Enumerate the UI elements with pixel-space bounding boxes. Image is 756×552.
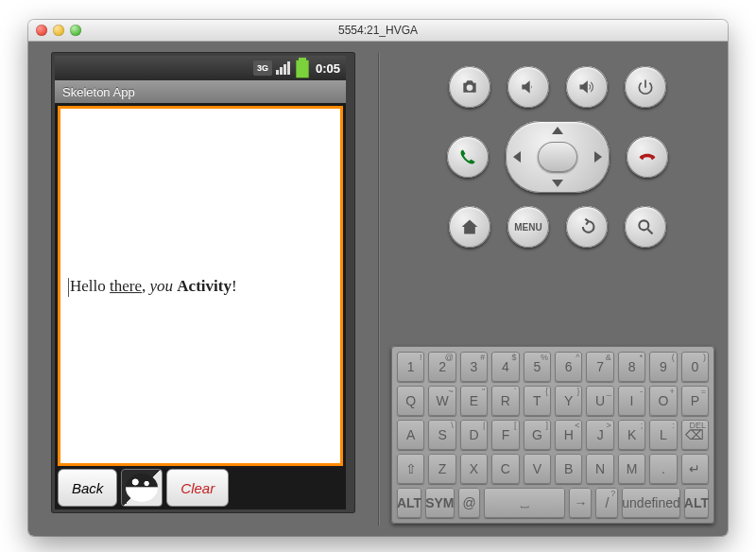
threeg-icon: 3G	[253, 60, 272, 76]
svg-point-0	[639, 220, 648, 230]
call-button[interactable]	[447, 136, 489, 178]
device-frame: 3G 0:05	[52, 53, 354, 512]
end-call-button[interactable]	[627, 136, 668, 178]
minimize-window-button[interactable]	[53, 25, 64, 36]
key-y[interactable]: Y}	[555, 386, 582, 416]
dpad-right[interactable]	[594, 151, 602, 163]
hardware-buttons: MENU	[410, 66, 705, 261]
emulator-window: 5554:21_HVGA 3G	[28, 20, 728, 536]
power-button[interactable]	[625, 66, 666, 108]
key-m[interactable]: M	[618, 454, 645, 484]
dpad-center[interactable]	[538, 142, 577, 172]
key-z[interactable]: Z	[428, 454, 455, 484]
key-t[interactable]: T{	[524, 386, 551, 416]
key-u[interactable]: U_	[586, 386, 613, 416]
close-window-button[interactable]	[36, 25, 47, 36]
search-button[interactable]	[625, 206, 666, 248]
hardware-keyboard: 1!2@3#4$5%6^7&8*9(0) QW~E"R`T{Y}U_I-O+P=…	[391, 346, 714, 524]
key-space[interactable]: ⎵	[484, 488, 565, 518]
key-sym[interactable]: SYM	[425, 488, 454, 518]
key-7[interactable]: 7&	[586, 352, 613, 382]
key-w[interactable]: W~	[428, 386, 455, 416]
key-alt[interactable]: ALT	[397, 488, 421, 518]
app-body: Hello there, you Activity! Back Clear	[55, 103, 346, 509]
dpad-up[interactable]	[552, 127, 563, 134]
key-g[interactable]: G]	[524, 420, 551, 450]
key-j[interactable]: J>	[586, 420, 613, 450]
app-title-bar: Skeleton App	[55, 80, 346, 103]
key-l[interactable]: L:	[649, 420, 677, 450]
zoom-window-button[interactable]	[70, 25, 81, 36]
key-del[interactable]: DEL⌫	[681, 420, 709, 450]
key-f[interactable]: F[	[491, 420, 519, 450]
key-.[interactable]: .	[649, 454, 677, 484]
button-row: Back Clear	[58, 469, 343, 507]
key-6[interactable]: 6^	[555, 352, 582, 382]
dpad-left[interactable]	[513, 151, 521, 163]
key-/[interactable]: /?	[595, 488, 618, 518]
key-x[interactable]: X	[460, 454, 488, 484]
home-button[interactable]	[449, 206, 490, 248]
dpad-down[interactable]	[552, 180, 563, 187]
key-n[interactable]: N	[586, 454, 613, 484]
clear-button[interactable]: Clear	[166, 469, 229, 507]
dpad	[506, 121, 610, 193]
key-b[interactable]: B	[555, 454, 582, 484]
key-p[interactable]: P=	[681, 386, 709, 416]
key-k[interactable]: K;	[618, 420, 645, 450]
status-clock: 0:05	[316, 61, 340, 76]
key-s[interactable]: S\	[428, 420, 455, 450]
app-title: Skeleton App	[62, 85, 135, 99]
window-title: 5554:21_HVGA	[28, 24, 728, 37]
key-shift[interactable]: ⇧	[397, 454, 424, 484]
android-status-bar: 3G 0:05	[55, 56, 346, 80]
cat-image	[121, 469, 163, 507]
camera-button[interactable]	[449, 66, 490, 108]
menu-button[interactable]: MENU	[507, 206, 549, 248]
volume-down-button[interactable]	[507, 66, 549, 108]
key-lang[interactable]: →	[569, 488, 592, 518]
key-5[interactable]: 5%	[524, 352, 551, 382]
text-caret	[68, 278, 69, 297]
key-[object object][interactable]: undefined	[622, 488, 680, 518]
key-alt[interactable]: ALT	[684, 488, 709, 518]
device-screen[interactable]: 3G 0:05	[55, 56, 346, 509]
key-e[interactable]: E"	[460, 386, 488, 416]
key-3[interactable]: 3#	[460, 352, 488, 382]
key-2[interactable]: 2@	[428, 352, 455, 382]
key-h[interactable]: H<	[555, 420, 582, 450]
key-9[interactable]: 9(	[649, 352, 677, 382]
key-enter[interactable]: ↵	[681, 454, 709, 484]
window-titlebar[interactable]: 5554:21_HVGA	[28, 20, 728, 42]
main-text-field[interactable]: Hello there, you Activity!	[58, 106, 343, 466]
key-0[interactable]: 0)	[681, 352, 709, 382]
text-content: Hello there, you Activity!	[68, 275, 237, 298]
key-c[interactable]: C	[491, 454, 519, 484]
key-8[interactable]: 8*	[618, 352, 645, 382]
back-button[interactable]: Back	[58, 469, 117, 507]
battery-icon	[295, 61, 310, 75]
key-1[interactable]: 1!	[397, 352, 424, 382]
key-d[interactable]: D|	[460, 420, 488, 450]
key-v[interactable]: V	[524, 454, 551, 484]
key-i[interactable]: I-	[618, 386, 645, 416]
volume-up-button[interactable]	[566, 66, 608, 108]
key-r[interactable]: R`	[491, 386, 519, 416]
key-4[interactable]: 4$	[491, 352, 519, 382]
key-a[interactable]: A	[397, 420, 424, 450]
key-@[interactable]: @	[458, 488, 481, 518]
key-o[interactable]: O+	[649, 386, 677, 416]
hw-back-button[interactable]	[566, 206, 608, 248]
signal-icon	[276, 61, 291, 75]
key-q[interactable]: Q	[397, 386, 424, 416]
